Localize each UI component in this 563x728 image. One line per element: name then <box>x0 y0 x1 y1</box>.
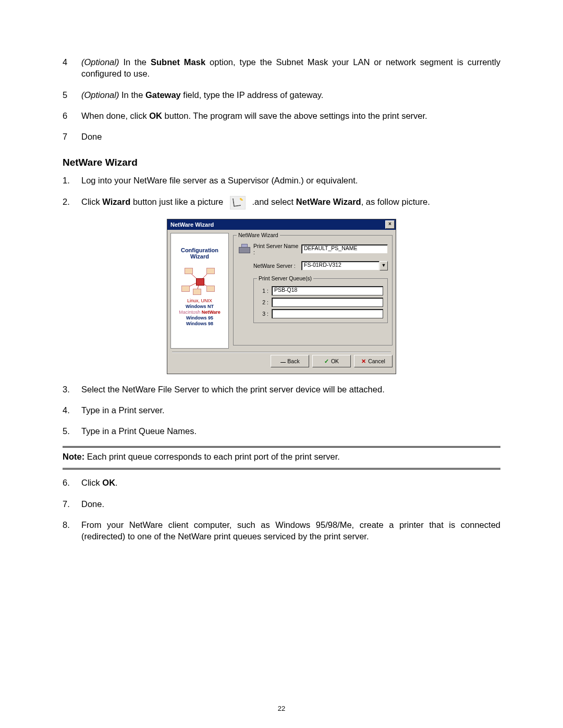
t: Click <box>81 197 102 206</box>
step-body: Type in a Print server. <box>81 404 500 416</box>
os-item: Linux, UNIX <box>171 298 228 304</box>
manual-page: 4 (Optional) In the Subnet Mask option, … <box>0 0 563 728</box>
back-button[interactable]: Back <box>271 355 309 367</box>
step-num: 7. <box>63 498 81 510</box>
step-num: 7 <box>63 131 81 142</box>
section-title: NetWare Wizard <box>63 157 500 168</box>
queues-title: Print Server Queue(s) <box>257 275 313 281</box>
netware-server-row: NetWare Server : FS-01RD-V312 ▼ <box>238 258 388 273</box>
step-strong: Gateway <box>145 90 181 100</box>
q3-label: 3 : <box>258 311 268 317</box>
os-item: Windows NT <box>171 304 228 310</box>
step-num: 3. <box>63 384 81 395</box>
queues-group: Print Server Queue(s) 1 : PSB-Q18 2 : 3 … <box>253 278 388 323</box>
printer-icon <box>238 242 251 256</box>
q2-label: 2 : <box>258 299 268 305</box>
queue-row-3: 3 : <box>258 309 383 318</box>
step-strong: OK <box>149 111 162 120</box>
step-body: Log into your NetWare file server as a S… <box>81 175 500 186</box>
note-label: Note: <box>63 452 84 461</box>
check-icon: ✓ <box>324 358 329 364</box>
step-tag: (Optional) <box>81 90 121 100</box>
btn-label: Cancel <box>368 358 385 364</box>
step-b-3: 3. Select the NetWare File Server to whi… <box>63 384 500 395</box>
step-num: 1. <box>63 175 81 186</box>
step-body: Click OK. <box>81 477 500 488</box>
step-rest: button. The program will save the above … <box>162 111 427 120</box>
step-body: Done <box>81 131 500 142</box>
step-body: Done. <box>81 498 500 510</box>
cancel-button[interactable]: ✕Cancel <box>354 355 393 367</box>
arrow-left-icon <box>279 359 286 363</box>
step-list-b3: 3. Select the NetWare File Server to whi… <box>63 384 500 437</box>
step-body: Type in a Print Queue Names. <box>81 425 500 437</box>
step-list-a: 4 (Optional) In the Subnet Mask option, … <box>63 56 500 142</box>
step-body: (Optional) In the Gateway field, type th… <box>81 89 500 101</box>
btn-label: OK <box>331 358 339 364</box>
os-item: Macintosh NetWare <box>171 310 228 315</box>
step-strong: Subnet Mask <box>151 57 205 67</box>
t: Click <box>81 478 102 487</box>
step-rest: field, type the IP address of gateway. <box>181 90 324 100</box>
step-num: 6 <box>63 110 81 121</box>
step-num: 6. <box>63 477 81 488</box>
step-b-4: 4. Type in a Print server. <box>63 404 500 416</box>
dialog-body: Configuration Wizard <box>167 230 396 352</box>
step-pre: When done, click <box>81 111 149 120</box>
step-num: 4 <box>63 56 81 80</box>
step-pre: In the <box>123 57 151 67</box>
t: . <box>115 478 118 487</box>
step-5: 5 (Optional) In the Gateway field, type … <box>63 89 500 101</box>
step-body: Click Wizard button just like a picture … <box>81 196 500 209</box>
step-num: 8. <box>63 519 81 542</box>
dialog-buttons: Back ✓OK ✕Cancel <box>167 353 396 374</box>
close-icon[interactable]: × <box>385 220 395 229</box>
step-body: When done, click OK button. The program … <box>81 110 500 121</box>
step-b-2: 2. Click Wizard button just like a pictu… <box>63 196 500 209</box>
netware-server-select[interactable]: FS-01RD-V312 ▼ <box>301 261 388 270</box>
wizard-wand-icon <box>230 196 246 209</box>
note-bottom-rule <box>63 468 500 470</box>
dialog-title: NetWare Wizard <box>170 221 385 228</box>
network-graphic-icon <box>181 265 218 296</box>
group-title: NetWare Wizard <box>237 232 280 238</box>
os-item: Windows 98 <box>171 321 228 327</box>
ps-label: Print Server Name : <box>253 243 301 255</box>
note: Note: Each print queue corresponds to ea… <box>63 452 500 462</box>
spacer <box>238 258 251 273</box>
step-body: Select the NetWare File Server to which … <box>81 384 500 395</box>
os-item: Windows 95 <box>171 315 228 321</box>
nw-label: NetWare Server : <box>253 263 301 269</box>
note-top-rule <box>63 446 500 448</box>
step-num: 4. <box>63 404 81 416</box>
step-num: 5 <box>63 89 81 101</box>
wizard-side-panel: Configuration Wizard <box>170 233 229 349</box>
step-list-b4: 6. Click OK. 7. Done. 8. From your NetWa… <box>63 477 500 542</box>
side-title-1: Configuration <box>171 247 228 253</box>
step-4: 4 (Optional) In the Subnet Mask option, … <box>63 56 500 80</box>
netware-wizard-dialog: NetWare Wizard × Configuration Wizard <box>167 219 396 374</box>
note-text: Each print queue corresponds to each pri… <box>84 452 340 461</box>
t: Wizard <box>102 197 130 206</box>
step-6: 6 When done, click OK button. The progra… <box>63 110 500 121</box>
t: OK <box>102 478 115 487</box>
step-tag: (Optional) <box>81 57 123 67</box>
select-value: FS-01RD-V312 <box>301 261 380 270</box>
step-b-6: 6. Click OK. <box>63 477 500 488</box>
side-title-2: Wizard <box>171 253 228 260</box>
step-body: From your NetWare client computer, such … <box>81 519 500 542</box>
chevron-down-icon[interactable]: ▼ <box>380 261 388 270</box>
queue-1-input[interactable]: PSB-Q18 <box>272 286 383 295</box>
step-pre: In the <box>121 90 145 100</box>
step-b-7: 7. Done. <box>63 498 500 510</box>
dialog-titlebar: NetWare Wizard × <box>167 219 396 230</box>
ok-button[interactable]: ✓OK <box>312 355 351 367</box>
print-server-name-input[interactable]: DEFAULT_PS_NAME <box>301 244 388 254</box>
step-b-8: 8. From your NetWare client computer, su… <box>63 519 500 542</box>
queue-3-input[interactable] <box>272 309 383 318</box>
btn-label: Back <box>287 358 299 364</box>
queue-2-input[interactable] <box>272 298 383 307</box>
queue-row-2: 2 : <box>258 298 383 307</box>
step-num: 5. <box>63 425 81 437</box>
q1-label: 1 : <box>258 288 268 294</box>
